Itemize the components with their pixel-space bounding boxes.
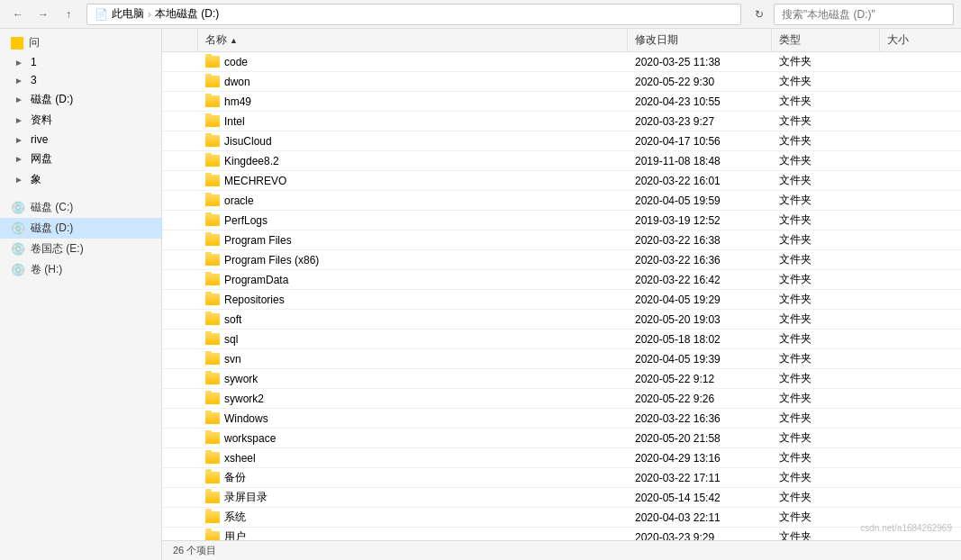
row-check — [162, 278, 198, 282]
table-row[interactable]: sywork22020-05-22 9:26文件夹 — [162, 389, 961, 409]
file-name-cell: 用户 — [198, 528, 628, 540]
table-row[interactable]: sywork2020-05-22 9:12文件夹 — [162, 369, 961, 389]
folder-icon — [205, 56, 220, 68]
col-name-header[interactable]: 名称 ▲ — [198, 29, 628, 51]
breadcrumb[interactable]: 📄 此电脑 › 本地磁盘 (D:) — [86, 4, 741, 25]
sidebar-item-disk-e[interactable]: 💿 卷国态 (E:) — [0, 239, 161, 259]
pin-row-1: ► 1 — [7, 53, 161, 71]
file-size — [880, 397, 961, 401]
folder-icon — [205, 254, 220, 266]
forward-button[interactable]: → — [32, 4, 54, 25]
folder-icon — [205, 294, 220, 305]
file-name: svn — [224, 353, 241, 366]
folder-icon — [205, 353, 220, 365]
col-type-header[interactable]: 类型 — [772, 29, 880, 51]
folder-icon — [205, 234, 220, 246]
table-row[interactable]: code2020-03-25 11:38文件夹 — [162, 52, 961, 72]
file-type: 文件夹 — [772, 448, 880, 467]
table-row[interactable]: Repositories2020-04-05 19:29文件夹 — [162, 290, 961, 310]
table-row[interactable]: Windows2020-03-22 16:36文件夹 — [162, 409, 961, 429]
file-type: 文件夹 — [772, 310, 880, 329]
sidebar: 问 ► 1 ► 3 ► 磁盘 (D:) ► 资料 — [0, 29, 162, 560]
status-bar: 26 个项目 — [162, 540, 961, 560]
sidebar-item-disk-c[interactable]: 💿 磁盘 (C:) — [0, 197, 161, 218]
file-modified: 2019-03-19 12:52 — [628, 212, 772, 229]
col-size-header[interactable]: 大小 — [880, 29, 961, 51]
sidebar-label-disk-h: 卷 (H:) — [31, 262, 62, 277]
sidebar-item-wen[interactable]: 问 — [0, 32, 161, 53]
file-size — [880, 516, 961, 519]
file-name: hm49 — [224, 95, 251, 108]
file-name: soft — [224, 313, 241, 326]
file-name-cell: svn — [198, 351, 628, 367]
file-name-cell: Program Files — [198, 232, 628, 248]
file-type: 文件夹 — [772, 112, 880, 131]
file-name: ProgramData — [224, 274, 288, 286]
file-name-cell: sywork — [198, 371, 628, 387]
file-size — [880, 80, 961, 84]
table-row[interactable]: MECHREVO2020-03-22 16:01文件夹 — [162, 171, 961, 191]
title-bar: ← → ↑ 📄 此电脑 › 本地磁盘 (D:) ↻ — [0, 0, 961, 29]
file-modified: 2020-05-22 9:12 — [628, 371, 772, 387]
main-container: 问 ► 1 ► 3 ► 磁盘 (D:) ► 资料 — [0, 29, 961, 560]
sort-arrow: ▲ — [230, 36, 238, 45]
file-modified: 2020-04-23 10:55 — [628, 94, 772, 110]
file-type: 文件夹 — [772, 330, 880, 348]
file-name-cell: sql — [198, 331, 628, 348]
row-check — [162, 298, 198, 302]
row-check — [162, 159, 198, 163]
file-size — [880, 140, 961, 143]
file-type: 文件夹 — [772, 72, 880, 91]
table-row[interactable]: Intel2020-03-23 9:27文件夹 — [162, 112, 961, 131]
table-row[interactable]: Program Files (x86)2020-03-22 16:36文件夹 — [162, 250, 961, 270]
table-row[interactable]: Program Files2020-03-22 16:38文件夹 — [162, 230, 961, 250]
table-row[interactable]: xsheel2020-04-29 13:16文件夹 — [162, 448, 961, 468]
sidebar-item-disk-d[interactable]: 💿 磁盘 (D:) — [0, 218, 161, 239]
row-check — [162, 417, 198, 420]
table-row[interactable]: soft2020-05-20 19:03文件夹 — [162, 310, 961, 330]
breadcrumb-text2: 本地磁盘 (D:) — [155, 6, 219, 22]
file-type: 文件夹 — [772, 468, 880, 487]
refresh-button[interactable]: ↻ — [748, 4, 770, 25]
col-modified-header[interactable]: 修改日期 — [628, 29, 772, 51]
table-row[interactable]: workspace2020-05-20 21:58文件夹 — [162, 429, 961, 448]
table-row[interactable]: dwon2020-05-22 9:30文件夹 — [162, 72, 961, 92]
file-name: oracle — [224, 194, 254, 207]
file-name: workspace — [224, 432, 276, 445]
table-row[interactable]: oracle2020-04-05 19:59文件夹 — [162, 191, 961, 211]
table-row[interactable]: 系统2020-04-03 22:11文件夹 — [162, 508, 961, 528]
row-check — [162, 456, 198, 460]
search-input[interactable] — [774, 4, 954, 25]
table-row[interactable]: svn2020-04-05 19:39文件夹 — [162, 349, 961, 369]
table-row[interactable]: JisuCloud2020-04-17 10:56文件夹 — [162, 131, 961, 151]
file-name-cell: workspace — [198, 430, 628, 447]
table-row[interactable]: PerfLogs2019-03-19 12:52文件夹 — [162, 211, 961, 230]
file-name-cell: Kingdee8.2 — [198, 153, 628, 169]
file-name-cell: Program Files (x86) — [198, 252, 628, 268]
table-row[interactable]: Kingdee8.22019-11-08 18:48文件夹 — [162, 151, 961, 171]
pin-row-ziliao: ► 资料 — [7, 110, 161, 131]
back-button[interactable]: ← — [7, 4, 29, 25]
file-name: 录屏目录 — [224, 490, 267, 505]
table-row[interactable]: 备份2020-03-22 17:11文件夹 — [162, 468, 961, 488]
file-type: 文件夹 — [772, 191, 880, 210]
folder-icon — [205, 452, 220, 464]
file-size — [880, 100, 961, 104]
table-row[interactable]: hm492020-04-23 10:55文件夹 — [162, 92, 961, 112]
file-size — [880, 377, 961, 381]
table-row[interactable]: 录屏目录2020-05-14 15:42文件夹 — [162, 488, 961, 508]
up-button[interactable]: ↑ — [58, 4, 79, 25]
file-type: 文件夹 — [772, 230, 880, 249]
folder-icon — [11, 37, 23, 50]
file-name: Intel — [224, 115, 245, 128]
folder-icon — [205, 492, 220, 503]
table-row[interactable]: 用户2020-03-23 9:29文件夹 — [162, 528, 961, 540]
table-row[interactable]: ProgramData2020-03-22 16:42文件夹 — [162, 270, 961, 290]
sidebar-item-disk-h[interactable]: 💿 卷 (H:) — [0, 259, 161, 280]
file-type: 文件夹 — [772, 52, 880, 71]
file-name: Windows — [224, 412, 268, 425]
row-check — [162, 140, 198, 143]
col-check — [162, 29, 198, 51]
table-row[interactable]: sql2020-05-18 18:02文件夹 — [162, 330, 961, 349]
file-name: sywork — [224, 373, 258, 385]
